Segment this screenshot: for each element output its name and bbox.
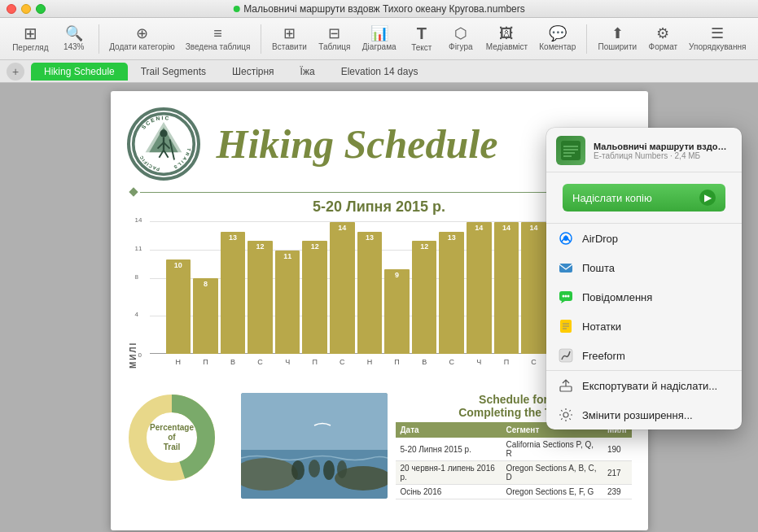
menu-label-notes: Нотатки xyxy=(582,321,621,333)
toolbar-text-label: Текст xyxy=(411,43,432,52)
menu-item-settings[interactable]: Змінити розширення... xyxy=(546,400,742,430)
bar-value: 10 xyxy=(174,259,182,269)
toolbar-separator-2 xyxy=(261,24,261,54)
cell-miles: 217 xyxy=(602,461,632,485)
table-body: 5-20 Липня 2015 р.California Sections P,… xyxy=(396,438,632,499)
toolbar-add-category-label: Додати категорію xyxy=(109,42,175,51)
send-copy-button[interactable]: Надіслати копію ▶ xyxy=(563,184,725,211)
toolbar-summary-label: Зведена таблиця xyxy=(186,42,251,51)
add-sheet-button[interactable]: + xyxy=(7,63,24,81)
toolbar-table[interactable]: ⊟ Таблиця xyxy=(314,23,355,55)
menu-label-messages: Повідомлення xyxy=(582,291,652,303)
toolbar-media[interactable]: 🖼 Медіавміст xyxy=(482,23,532,55)
svg-point-25 xyxy=(337,460,347,478)
bar-value: 14 xyxy=(338,222,346,232)
bar-value: 14 xyxy=(530,222,538,232)
toolbar-insert[interactable]: ⊞ Вставити xyxy=(268,23,311,55)
mail-icon xyxy=(558,259,574,276)
text-icon: T xyxy=(417,25,427,41)
bar-item: 12 xyxy=(248,222,273,354)
toolbar-comment[interactable]: 💬 Коментар xyxy=(535,23,580,55)
toolbar-scale-label: 143% xyxy=(64,42,85,51)
send-copy-arrow: ▶ xyxy=(699,190,716,206)
logo-badge: SCENIC PACIFIC TRAILS xyxy=(127,107,200,181)
maximize-button[interactable] xyxy=(36,4,46,14)
pie-section: Percentage of Trail xyxy=(127,393,233,499)
toolbar-format-label: Формат xyxy=(649,42,678,51)
toolbar-share-label: Поширити xyxy=(598,42,637,51)
share-popup: Мальовничі маршрути вздовж Тихого океану… xyxy=(546,128,742,430)
table-row: Осінь 2016Oregon Sections E, F, G239 xyxy=(396,485,632,499)
popup-file-info: Мальовничі маршрути вздовж Тихого океану… xyxy=(594,142,732,160)
cell-segment: Oregon Sections E, F, G xyxy=(501,485,602,499)
menu-label-export: Експортувати й надіслати... xyxy=(582,380,717,392)
photo-section xyxy=(241,393,388,499)
shape-icon: ⬡ xyxy=(454,26,467,41)
svg-point-24 xyxy=(323,460,335,480)
bar-value: 12 xyxy=(420,241,428,251)
svg-rect-42 xyxy=(559,349,572,362)
bar-item: 13 xyxy=(357,222,383,354)
bar-item: 11 xyxy=(275,222,300,354)
popup-filetype: Е-таблиця Numbers · 2,4 МБ xyxy=(594,151,732,160)
bar-value: 13 xyxy=(366,232,374,242)
bar-x-label: Ч xyxy=(275,355,300,368)
svg-text:Trail: Trail xyxy=(163,443,180,451)
bar-value: 8 xyxy=(204,278,208,288)
messages-icon xyxy=(558,289,574,305)
svg-rect-28 xyxy=(563,149,578,150)
tab-hiking-schedule[interactable]: Hiking Schedule xyxy=(31,63,128,81)
toolbar-chart[interactable]: 📊 Діаграма xyxy=(358,23,401,55)
menu-item-mail[interactable]: Пошта xyxy=(546,253,742,282)
menu-item-freeform[interactable]: Freeform xyxy=(546,341,742,370)
bar-item: 14 xyxy=(494,222,519,354)
bar-x-label: С xyxy=(521,355,546,368)
minimize-button[interactable] xyxy=(21,4,31,14)
bar-item: 10 xyxy=(166,222,191,354)
bar-x-label: С xyxy=(330,355,355,368)
close-button[interactable] xyxy=(7,4,16,14)
toolbar-view[interactable]: ⊞ Перегляд xyxy=(8,22,53,55)
menu-item-notes[interactable]: Нотатки xyxy=(546,312,742,341)
comment-icon: 💬 xyxy=(549,26,567,41)
toolbar: ⊞ Перегляд 🔍 143% ⊕ Додати категорію ≡ З… xyxy=(0,18,758,60)
send-copy-container: Надіслати копію ▶ xyxy=(546,172,742,223)
menu-item-messages[interactable]: Повідомлення xyxy=(546,282,742,312)
menu-item-airdrop[interactable]: AirDrop xyxy=(546,224,742,253)
tab-elevation[interactable]: Elevation 14 days xyxy=(328,63,432,81)
toolbar-table-label: Таблиця xyxy=(318,42,350,51)
window-title: Мальовничі маршрути вздовж Тихого океану… xyxy=(233,3,525,15)
toolbar-format[interactable]: ⚙ Формат xyxy=(644,23,681,55)
svg-rect-30 xyxy=(563,155,572,157)
toolbar-separator-1 xyxy=(99,24,99,54)
svg-point-22 xyxy=(291,460,305,480)
toolbar-scale[interactable]: 🔍 143% xyxy=(56,23,92,55)
toolbar-share[interactable]: ⬆ Поширити xyxy=(594,23,641,55)
menu-label-settings: Змінити розширення... xyxy=(582,409,693,421)
cell-segment: California Sections P, Q, R xyxy=(501,438,602,461)
cell-date: Осінь 2016 xyxy=(396,485,502,499)
menu-item-export[interactable]: Експортувати й надіслати... xyxy=(546,371,742,400)
menu-label-freeform: Freeform xyxy=(582,350,625,362)
media-icon: 🖼 xyxy=(499,26,514,41)
bar-item: 8 xyxy=(193,222,218,354)
menu-label-airdrop: AirDrop xyxy=(582,233,618,245)
bar-item: 14 xyxy=(467,222,492,354)
toolbar-summary[interactable]: ≡ Зведена таблиця xyxy=(182,23,254,55)
svg-text:of: of xyxy=(168,433,176,442)
title-bar: Мальовничі маршрути вздовж Тихого океану… xyxy=(0,0,758,18)
toolbar-organize[interactable]: ☰ Упорядкування xyxy=(685,23,750,55)
toolbar-shape[interactable]: ⬡ Фігура xyxy=(443,23,479,55)
tab-hexagons[interactable]: Шестірня xyxy=(219,63,287,81)
svg-point-23 xyxy=(309,460,320,477)
bar-item: 13 xyxy=(439,222,464,354)
organize-icon: ☰ xyxy=(711,26,724,41)
tab-food[interactable]: Їжа xyxy=(287,63,328,81)
toolbar-comment-label: Коментар xyxy=(539,42,576,51)
bar-item: 9 xyxy=(384,222,410,354)
toolbar-text[interactable]: T Текст xyxy=(404,22,440,55)
tab-trail-segments[interactable]: Trail Segments xyxy=(128,63,219,81)
toolbar-add-category[interactable]: ⊕ Додати категорію xyxy=(106,23,179,55)
bar-x-label: В xyxy=(221,355,246,368)
share-icon: ⬆ xyxy=(611,26,624,41)
